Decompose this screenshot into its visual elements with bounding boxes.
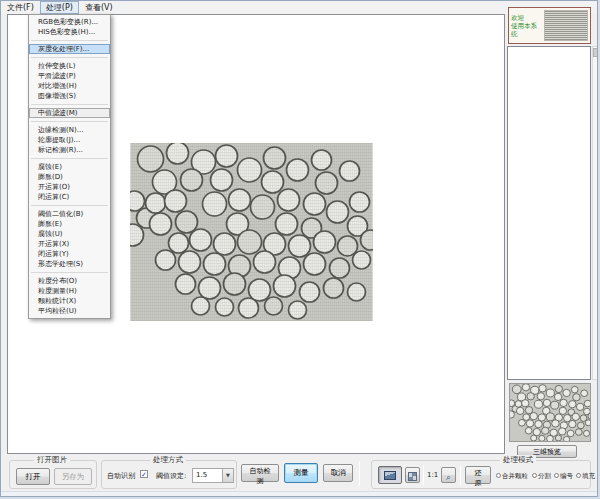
auto-detect-button[interactable]: 自动检测 (241, 464, 279, 482)
app-window: 文件(F) 处理(P) 查看(V) RGB色彩变换(R)...HIS色彩变换(H… (0, 0, 598, 497)
menu-item[interactable]: 开运算(O) (29, 182, 110, 192)
threshold-label: 阈值设定: (156, 471, 186, 481)
micrograph-svg (130, 143, 373, 321)
display-option[interactable]: 编号 (554, 472, 573, 481)
magnifier-icon: ⌕ (446, 472, 451, 482)
noise-thumbnail (544, 10, 588, 41)
image-icon (384, 471, 396, 480)
measure-button[interactable]: 测量 (284, 463, 318, 483)
zoom-ratio-label: 1:1 (427, 471, 438, 479)
restore-button[interactable]: 还原 (465, 466, 491, 484)
menu-view[interactable]: 查看(V) (79, 1, 119, 14)
menu-separator (31, 57, 108, 58)
auto-detect-checkbox[interactable]: ✓ (140, 470, 148, 478)
menu-item[interactable]: 阈值二值化(B) (29, 209, 110, 219)
menu-separator (31, 272, 108, 273)
preview-thumbnail (509, 383, 591, 442)
display-divider-2 (460, 466, 461, 485)
menu-item[interactable]: 腐蚀(U) (29, 229, 110, 239)
menu-item[interactable]: 膨胀(D) (29, 172, 110, 182)
micrograph-image (130, 143, 373, 321)
welcome-text: 欢迎 使用本系统 (509, 14, 543, 38)
open-group: 打开图片 打开 另存为 (9, 460, 97, 489)
open-group-label: 打开图片 (34, 455, 70, 465)
menu-item[interactable]: 形态学处理(S) (29, 259, 110, 269)
mode-group-label: 处理方式 (150, 455, 186, 465)
menu-item[interactable]: 膨胀(E) (29, 219, 110, 229)
radio-icon[interactable] (554, 473, 559, 478)
menu-item[interactable]: 腐蚀(E) (29, 162, 110, 172)
threshold-value: 1.5 (196, 471, 207, 479)
menu-separator (31, 121, 108, 122)
menu-separator (31, 104, 108, 105)
welcome-line-2: 使用本系统 (511, 22, 543, 38)
menu-separator (31, 158, 108, 159)
preview-thumbnail-svg (510, 384, 591, 442)
display-option[interactable]: 分割 (532, 472, 551, 481)
menu-item[interactable]: 粒度分布(O) (29, 276, 110, 286)
status-bar (1, 491, 597, 496)
menu-item[interactable]: 粒度测量(H) (29, 286, 110, 296)
welcome-line-1: 欢迎 (511, 14, 543, 22)
display-group-label: 处理模式 (500, 455, 536, 465)
scrollbar-thumb[interactable] (593, 48, 598, 57)
menu-item[interactable]: 标记检测(R)... (29, 145, 110, 155)
menu-item[interactable]: 轮廓提取(J)... (29, 135, 110, 145)
zoom-button[interactable]: ⌕ (441, 467, 456, 483)
menu-separator (31, 40, 108, 41)
display-option[interactable]: 填充 (576, 472, 595, 481)
threshold-combobox[interactable]: 1.5 ▼ (192, 468, 234, 483)
radio-icon[interactable] (576, 473, 581, 478)
menu-item[interactable]: 平滑滤波(P) (29, 71, 110, 81)
menu-item[interactable]: 平均粒径(U) (29, 306, 110, 316)
cancel-button[interactable]: 取消 (323, 464, 353, 482)
menu-item[interactable]: RGB色彩变换(R)... (29, 17, 110, 27)
menu-item[interactable]: 拉伸变换(L) (29, 61, 110, 71)
radio-icon[interactable] (532, 473, 537, 478)
radio-icon[interactable] (496, 473, 501, 478)
info-panel: 欢迎 使用本系统 (508, 7, 591, 44)
mode-group: 处理方式 自动识别 ✓ 阈值设定: 1.5 ▼ (101, 460, 237, 489)
menu-item[interactable]: 灰度化处理(F)... (29, 44, 110, 54)
menu-item[interactable]: 对比增强(H) (29, 81, 110, 91)
menu-process[interactable]: 处理(P) (40, 1, 79, 14)
dropdown-menu: RGB色彩变换(R)...HIS色彩变换(H)...灰度化处理(F)...拉伸变… (28, 14, 111, 319)
save-as-button[interactable]: 另存为 (54, 468, 92, 485)
menu-item[interactable]: HIS色彩变换(H)... (29, 27, 110, 37)
image-view-button[interactable] (378, 466, 402, 484)
auto-detect-label: 自动识别 (107, 471, 135, 481)
grid-icon (408, 472, 417, 481)
menu-item[interactable]: 边缘检测(N)... (29, 125, 110, 135)
vertical-scrollbar[interactable] (592, 46, 598, 380)
menu-item[interactable]: 图像增强(S) (29, 91, 110, 101)
display-divider-1 (423, 466, 424, 485)
display-option[interactable]: 合并颗粒 (496, 472, 528, 481)
menu-item[interactable]: 闭运算(Y) (29, 249, 110, 259)
open-button[interactable]: 打开 (16, 468, 50, 485)
menu-separator (31, 205, 108, 206)
result-listbox[interactable] (507, 46, 591, 380)
combo-arrow-icon[interactable]: ▼ (222, 469, 233, 482)
menu-item[interactable]: 闭运算(C) (29, 192, 110, 202)
menu-item[interactable]: 中值滤波(M) (29, 108, 110, 118)
grid-view-button[interactable] (405, 467, 420, 483)
menu-file[interactable]: 文件(F) (1, 1, 40, 14)
toolbar-divider (359, 462, 360, 486)
menu-item[interactable]: 颗粒统计(X) (29, 296, 110, 306)
menu-item[interactable]: 开运算(X) (29, 239, 110, 249)
display-group: 处理模式 1:1 ⌕ 还原 合并颗粒分割编号填充 (371, 460, 591, 489)
